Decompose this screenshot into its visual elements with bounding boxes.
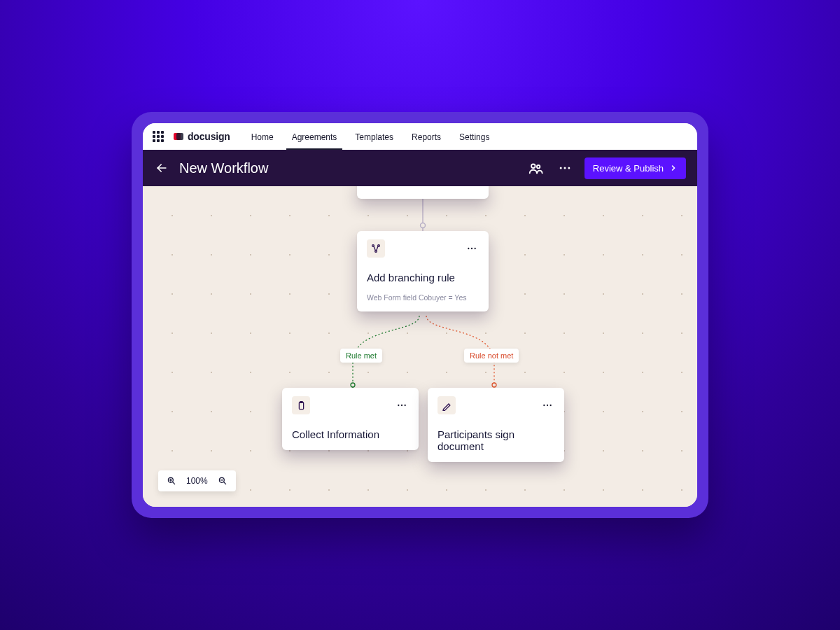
svg-point-1 bbox=[537, 165, 540, 168]
more-horizontal-icon bbox=[558, 161, 572, 175]
people-icon bbox=[528, 160, 543, 176]
node-more-button[interactable] bbox=[395, 398, 409, 412]
zoom-out-icon bbox=[218, 476, 227, 486]
svg-point-0 bbox=[531, 164, 536, 169]
zoom-out-button[interactable] bbox=[218, 476, 227, 486]
brand-name: docusign bbox=[188, 131, 230, 142]
participants-button[interactable] bbox=[526, 158, 545, 178]
svg-point-8 bbox=[351, 383, 355, 387]
chevron-right-icon bbox=[669, 164, 678, 172]
clipboard-icon bbox=[292, 396, 310, 414]
brand-logo-icon bbox=[174, 132, 183, 141]
rule-not-met-label: Rule not met bbox=[464, 349, 519, 363]
workflow-node-previous[interactable] bbox=[357, 186, 489, 199]
workflow-node-branching[interactable]: Add branching rule Web Form field Cobuye… bbox=[357, 231, 489, 312]
svg-point-22 bbox=[547, 405, 548, 406]
node-more-button[interactable] bbox=[465, 241, 479, 255]
brand[interactable]: docusign bbox=[174, 131, 230, 142]
zoom-control: 100% bbox=[158, 470, 236, 491]
nav-tabs: Home Agreements Templates Reports Settin… bbox=[250, 124, 491, 149]
zoom-in-button[interactable] bbox=[167, 476, 176, 486]
svg-point-19 bbox=[401, 405, 402, 406]
svg-point-14 bbox=[471, 248, 472, 249]
review-publish-button[interactable]: Review & Publish bbox=[584, 158, 686, 179]
svg-point-2 bbox=[560, 167, 562, 169]
tab-agreements[interactable]: Agreements bbox=[290, 124, 339, 149]
zoom-level: 100% bbox=[186, 476, 208, 486]
svg-point-9 bbox=[492, 383, 496, 387]
workflow-canvas[interactable]: Add branching rule Web Form field Cobuye… bbox=[143, 186, 697, 507]
more-horizontal-icon bbox=[542, 400, 553, 411]
node-more-button[interactable] bbox=[540, 398, 554, 412]
tab-reports[interactable]: Reports bbox=[410, 124, 442, 149]
branching-icon bbox=[367, 239, 385, 258]
node-subtitle: Web Form field Cobuyer = Yes bbox=[367, 293, 479, 302]
svg-point-21 bbox=[543, 405, 545, 406]
svg-point-4 bbox=[568, 167, 570, 169]
workflow-node-collect-information[interactable]: Collect Information bbox=[282, 388, 419, 450]
svg-point-3 bbox=[564, 167, 566, 169]
svg-point-13 bbox=[468, 248, 469, 249]
svg-point-18 bbox=[398, 405, 399, 406]
workflow-node-sign-document[interactable]: Participants sign document bbox=[428, 388, 564, 462]
node-title: Add branching rule bbox=[367, 272, 479, 284]
more-horizontal-icon bbox=[466, 243, 477, 254]
svg-point-15 bbox=[475, 248, 476, 249]
arrow-left-icon bbox=[155, 161, 169, 175]
page-header: New Workflow Review & Publish bbox=[143, 150, 697, 186]
top-nav: docusign Home Agreements Templates Repor… bbox=[143, 123, 697, 150]
zoom-in-icon bbox=[167, 476, 176, 486]
more-actions-button[interactable] bbox=[555, 158, 575, 178]
review-publish-label: Review & Publish bbox=[593, 163, 664, 174]
back-button[interactable] bbox=[154, 160, 169, 176]
tab-settings[interactable]: Settings bbox=[458, 124, 491, 149]
sign-icon bbox=[438, 396, 456, 414]
svg-point-6 bbox=[421, 223, 426, 228]
more-horizontal-icon bbox=[396, 400, 407, 411]
tab-templates[interactable]: Templates bbox=[354, 124, 395, 149]
rule-met-label: Rule met bbox=[340, 349, 382, 363]
page-title: New Workflow bbox=[179, 160, 268, 176]
node-title: Collect Information bbox=[292, 428, 409, 440]
svg-point-23 bbox=[550, 405, 552, 406]
tab-home[interactable]: Home bbox=[250, 124, 275, 149]
node-title: Participants sign document bbox=[438, 428, 554, 452]
svg-point-20 bbox=[405, 405, 406, 406]
apps-grid-icon[interactable] bbox=[153, 131, 164, 142]
